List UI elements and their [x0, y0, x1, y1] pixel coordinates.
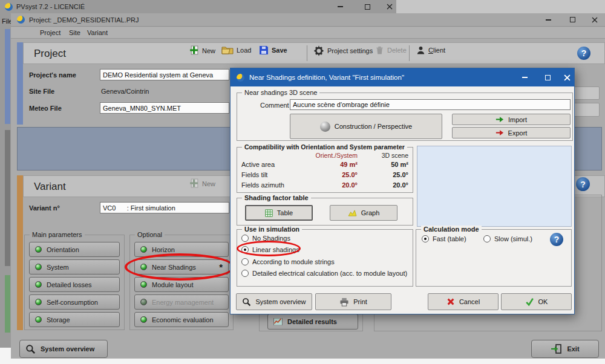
project-name-label: Project's name	[29, 71, 76, 79]
project-delete-button[interactable]: Delete	[375, 45, 407, 55]
project-help-icon[interactable]: ?	[577, 47, 590, 60]
project-client-button[interactable]: Client	[416, 45, 445, 55]
menu-site[interactable]: Site	[69, 29, 80, 36]
new-label: New	[202, 47, 215, 54]
dialog-close-button[interactable]	[559, 73, 575, 82]
print-button[interactable]: Print	[315, 293, 391, 310]
menu-variant[interactable]: Variant	[87, 29, 108, 36]
use-in-simulation-title: Use in simulation	[242, 226, 302, 233]
close-icon	[564, 74, 571, 81]
orientation-button[interactable]: Orientation	[29, 242, 120, 257]
window1-close-button[interactable]	[382, 2, 397, 11]
cancel-button[interactable]: Cancel	[428, 293, 499, 310]
project-save-button[interactable]: Save	[259, 45, 287, 55]
trash-icon	[375, 45, 384, 55]
radio-icon[interactable]	[241, 270, 249, 277]
detailed-losses-button[interactable]: Detailed losses	[29, 277, 120, 292]
calculation-help-icon[interactable]: ?	[550, 233, 563, 246]
system-button[interactable]: System	[29, 259, 120, 275]
shading-factor-title: Shading factor table	[242, 194, 311, 202]
green-led-icon	[35, 299, 42, 305]
radio-slow-simul[interactable]: Slow (simul.)	[483, 234, 532, 244]
graph-label: Graph	[361, 209, 380, 216]
comment-label: Comment	[260, 102, 289, 109]
gear-icon	[313, 45, 324, 56]
energy-management-label: Energy management	[152, 299, 214, 306]
save-label: Save	[272, 47, 287, 54]
variant-section-stripe	[17, 175, 23, 330]
meteo-file-input[interactable]	[100, 102, 229, 114]
table-button[interactable]: Table	[245, 205, 313, 221]
ok-button[interactable]: OK	[501, 293, 572, 310]
magnifier-icon	[242, 297, 251, 307]
project-settings-button[interactable]: Project settings	[313, 45, 373, 56]
dialog-title: Near Shadings definition, Variant "First…	[249, 74, 404, 81]
scene-group-title: Near shadings 3D scene	[242, 89, 319, 97]
system-overview-button[interactable]: System overview	[19, 340, 108, 358]
calculation-mode-title: Calculation mode	[421, 226, 482, 233]
horizon-label: Horizon	[152, 246, 175, 253]
partial-button[interactable]	[572, 103, 600, 117]
meteo-file-label: Meteo File	[29, 105, 62, 112]
self-consumption-button[interactable]: Self-consumption	[29, 294, 120, 310]
site-file-label: Site File	[29, 88, 54, 95]
radio-fast-table[interactable]: Fast (table)	[422, 234, 466, 244]
menu-project[interactable]: Project	[40, 29, 60, 36]
storage-button[interactable]: Storage	[29, 312, 120, 327]
window1-minimize-button[interactable]	[332, 2, 348, 11]
system-overview-label: System overview	[41, 345, 94, 353]
energy-management-button[interactable]: Energy management	[134, 294, 229, 310]
client-person-icon	[416, 45, 425, 55]
variant-new-button[interactable]: New	[189, 178, 215, 189]
dialog-maximize-button[interactable]	[540, 73, 555, 82]
detailed-electrical-label: Detailed electrical calculation (acc. to…	[252, 270, 407, 277]
comment-input[interactable]	[290, 99, 571, 110]
compat-row-sys: 20.0°	[309, 181, 358, 189]
new-plus-icon	[189, 178, 199, 189]
save-floppy-icon	[259, 45, 269, 55]
detailed-results-button[interactable]: Detailed results	[267, 314, 358, 330]
exit-button[interactable]: Exit	[531, 340, 599, 358]
graph-button[interactable]: Graph	[330, 205, 397, 221]
file-menu-clipped[interactable]: File	[2, 18, 11, 25]
import-label: Import	[508, 116, 527, 123]
green-led-icon	[35, 246, 42, 253]
window2-close-button[interactable]	[587, 15, 603, 25]
red-x-icon	[446, 297, 455, 306]
module-strings-label: According to module strings	[252, 258, 335, 265]
site-file-value: Geneva/Cointrin	[101, 88, 149, 95]
partial-button[interactable]	[572, 86, 600, 100]
radio-module-strings[interactable]: According to module strings	[241, 257, 335, 267]
window2-maximize-button[interactable]	[564, 15, 580, 25]
radio-icon[interactable]	[483, 235, 491, 242]
detailed-results-label: Detailed results	[287, 318, 337, 325]
import-button[interactable]: Import	[452, 114, 571, 125]
compatibility-title: Compatibility with Orientation and Syste…	[242, 143, 407, 151]
project-name-input[interactable]	[100, 69, 229, 80]
ok-label: OK	[538, 298, 548, 305]
economic-evaluation-button[interactable]: Economic evaluation	[134, 312, 229, 327]
variant-help-icon[interactable]: ?	[576, 177, 590, 191]
project-new-button[interactable]: New	[189, 45, 215, 56]
window1-maximize-button[interactable]	[359, 2, 375, 11]
green-led-icon	[35, 264, 42, 270]
dialog-system-overview-button[interactable]: System overview	[236, 293, 312, 310]
dialog-minimize-button[interactable]	[517, 73, 532, 82]
compat-row-sys: 49 m²	[309, 161, 358, 168]
storage-label: Storage	[47, 316, 70, 323]
radio-detailed-electrical[interactable]: Detailed electrical calculation (acc. to…	[241, 268, 407, 278]
project-section-stripe	[17, 42, 23, 125]
construction-perspective-button[interactable]: Construction / Perspective	[290, 114, 442, 139]
export-button[interactable]: Export	[452, 127, 571, 138]
window2-minimize-button[interactable]	[540, 15, 556, 25]
project-load-button[interactable]: Load	[221, 45, 251, 54]
fast-table-label: Fast (table)	[433, 235, 466, 242]
orientation-label: Orientation	[47, 246, 79, 253]
radio-icon[interactable]	[241, 235, 249, 242]
variant-number-input[interactable]	[100, 202, 229, 213]
import-arrow-icon	[495, 116, 504, 123]
radio-icon[interactable]	[241, 258, 249, 265]
detailed-losses-label: Detailed losses	[47, 281, 92, 288]
green-led-icon	[140, 316, 147, 323]
radio-selected-icon[interactable]	[422, 235, 429, 242]
